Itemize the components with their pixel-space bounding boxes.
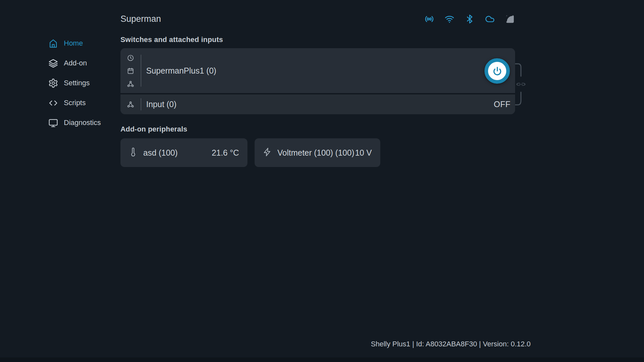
- bolt-icon: [262, 147, 272, 158]
- cloud-icon: [485, 14, 495, 24]
- peripheral-value: 10 V: [355, 148, 372, 158]
- wifi-icon: [444, 14, 455, 24]
- status-icon-bar: [424, 14, 515, 24]
- monitor-icon: [48, 118, 58, 128]
- sidebar-item-home[interactable]: Home: [0, 36, 120, 50]
- sidebar-item-label: Settings: [64, 79, 90, 87]
- peripheral-row: asd (100) 21.6 °C Voltmeter (100) (100) …: [120, 138, 515, 167]
- sidebar-item-label: Scripts: [64, 99, 86, 107]
- switch-group: SupermanPlus1 (0): [120, 48, 515, 114]
- row-divider: [141, 55, 141, 87]
- row-divider: [141, 98, 141, 110]
- access-point-icon: [424, 14, 434, 24]
- peripheral-card-temperature[interactable]: asd (100) 21.6 °C: [120, 138, 247, 167]
- switch-row[interactable]: SupermanPlus1 (0): [120, 48, 515, 93]
- webhook-icon: [127, 80, 134, 88]
- webhook-icon: [127, 101, 134, 108]
- input-state-badge: OFF: [494, 100, 511, 109]
- input-label: Input (0): [146, 100, 494, 109]
- sidebar-item-diagnostics[interactable]: Diagnostics: [0, 116, 120, 130]
- sidebar-item-label: Add-on: [64, 59, 87, 67]
- main-content: Superman: [120, 0, 515, 167]
- power-toggle-button[interactable]: [484, 58, 510, 84]
- device-info-footer: Shelly Plus1 | Id: A8032ABA8F30 | Versio…: [371, 340, 531, 348]
- power-icon: [492, 66, 502, 76]
- peripheral-label: Voltmeter (100) (100): [277, 148, 354, 158]
- bluetooth-icon: [465, 14, 475, 24]
- gear-icon: [48, 78, 58, 88]
- sidebar-item-addon[interactable]: Add-on: [0, 56, 120, 70]
- switches-section-heading: Switches and attached inputs: [120, 35, 515, 44]
- peripheral-label: asd (100): [143, 148, 178, 158]
- page-header: Superman: [120, 13, 515, 25]
- peripheral-card-voltmeter[interactable]: Voltmeter (100) (100) 10 V: [255, 138, 380, 167]
- sidebar-item-settings[interactable]: Settings: [0, 76, 120, 90]
- device-name-title: Superman: [120, 14, 161, 24]
- mqtt-icon: [505, 14, 515, 24]
- peripheral-value: 21.6 °C: [212, 148, 239, 158]
- input-indicator-cell: [120, 101, 141, 108]
- sidebar-item-scripts[interactable]: Scripts: [0, 96, 120, 110]
- link-icon: [517, 83, 525, 85]
- calendar-icon: [127, 67, 134, 75]
- sidebar-item-label: Home: [64, 39, 83, 48]
- switch-label: SupermanPlus1 (0): [146, 66, 216, 76]
- switch-indicator-column: [120, 48, 141, 93]
- bottom-edge: [0, 357, 644, 362]
- sidebar-item-label: Diagnostics: [64, 118, 101, 127]
- switch-input-link-bracket: [515, 62, 529, 108]
- input-row[interactable]: Input (0) OFF: [120, 94, 515, 114]
- thermometer-icon: [128, 147, 138, 158]
- sidebar: Home Add-on Settings Scripts: [0, 0, 120, 362]
- layers-icon: [48, 58, 58, 68]
- clock-icon: [127, 54, 134, 62]
- switch-card: SupermanPlus1 (0): [120, 48, 515, 114]
- code-icon: [48, 98, 58, 108]
- home-icon: [48, 38, 58, 49]
- peripherals-section-heading: Add-on peripherals: [120, 125, 515, 133]
